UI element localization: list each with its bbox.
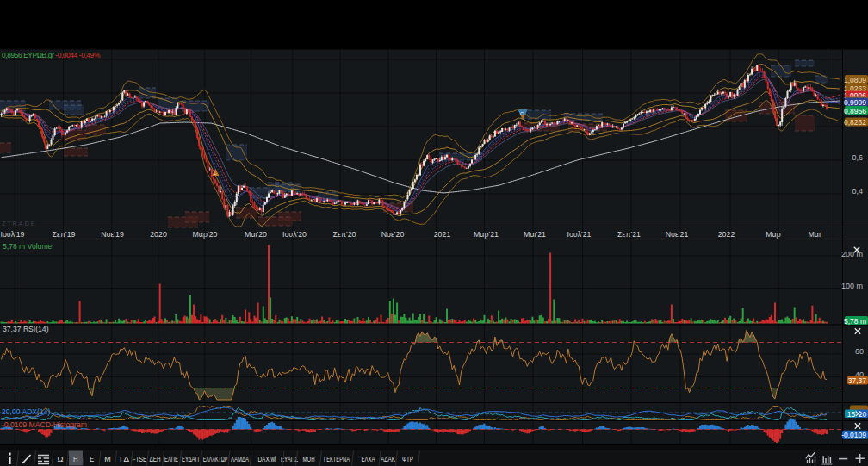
svg-text:Νοε'21: Νοε'21 <box>666 230 689 239</box>
svg-text:Ιουλ'21: Ιουλ'21 <box>567 230 591 239</box>
svg-text:L: L <box>214 171 216 176</box>
svg-text:ΦΤΡ: ΦΤΡ <box>402 455 413 463</box>
svg-text:C: C <box>520 111 524 116</box>
svg-text:2022: 2022 <box>718 230 735 239</box>
svg-text:ΛΑΜΔΑ: ΛΑΜΔΑ <box>231 455 249 463</box>
svg-text:ΕΥΔΑΠ: ΕΥΔΑΠ <box>182 455 199 463</box>
svg-text:5,78 m: 5,78 m <box>844 317 866 326</box>
svg-text:Μαρ: Μαρ <box>766 230 780 239</box>
svg-text:ΕΛΧΑ: ΕΛΧΑ <box>362 455 375 463</box>
svg-text:Ιουλ'20: Ιουλ'20 <box>282 230 307 239</box>
svg-text:20: 20 <box>859 410 867 419</box>
svg-text:0,8262: 0,8262 <box>844 118 866 127</box>
svg-text:200 m: 200 m <box>841 250 863 258</box>
svg-text:37,37: 37,37 <box>848 376 867 385</box>
svg-text:Μαρ'21: Μαρ'21 <box>474 230 499 239</box>
svg-text:ΕΛΠΕ: ΕΛΠΕ <box>164 455 178 463</box>
svg-text:-0,0109 MACD-Histogram: -0,0109 MACD-Histogram <box>2 420 87 429</box>
svg-text:100 m: 100 m <box>841 282 863 290</box>
svg-text:0,6: 0,6 <box>852 153 863 162</box>
svg-text:ΕΛΛΑΚΤΩΡ: ΕΛΛΑΚΤΩΡ <box>203 455 228 463</box>
svg-text:ΔΕΗ: ΔΕΗ <box>150 455 161 463</box>
svg-text:ΜΟΗ: ΜΟΗ <box>303 455 315 463</box>
svg-text:0,9999: 0,9999 <box>844 98 866 107</box>
svg-text:ΓΔ: ΓΔ <box>120 455 129 463</box>
svg-text:60: 60 <box>855 347 864 356</box>
svg-text:1,0809: 1,0809 <box>844 76 866 84</box>
svg-text:Ω: Ω <box>58 455 64 463</box>
svg-text:Σεπ'19: Σεπ'19 <box>53 230 76 239</box>
svg-text:Μαρ'20: Μαρ'20 <box>193 230 218 239</box>
svg-text:0,8956 ΕΥΡΩΒ.gr -0,0044 -0,49%: 0,8956 ΕΥΡΩΒ.gr -0,0044 -0,49% <box>2 51 101 59</box>
svg-text:0,4: 0,4 <box>852 187 863 196</box>
svg-text:5,78 m Volume: 5,78 m Volume <box>3 242 53 251</box>
svg-text:Μαι: Μαι <box>809 230 821 239</box>
svg-text:FTSE: FTSE <box>133 455 147 463</box>
svg-text:-0,0109: -0,0109 <box>841 431 866 439</box>
svg-text:Μαι'20: Μαι'20 <box>245 230 267 239</box>
svg-text:Μ: Μ <box>104 455 111 463</box>
svg-text:Νοε'19: Νοε'19 <box>101 230 124 239</box>
svg-text:2020: 2020 <box>150 230 167 239</box>
svg-text:ΑΔΑΚ: ΑΔΑΚ <box>381 455 395 463</box>
svg-text:2021: 2021 <box>434 230 451 239</box>
svg-text:Ε: Ε <box>90 455 94 463</box>
svg-text:Σεπ'20: Σεπ'20 <box>333 230 356 239</box>
svg-text:0,8956: 0,8956 <box>844 107 866 115</box>
svg-text:ZTRADE: ZTRADE <box>2 220 36 227</box>
svg-text:20,00 ADX(14): 20,00 ADX(14) <box>2 407 51 416</box>
svg-text:Η: Η <box>73 455 78 463</box>
svg-text:Μαι'21: Μαι'21 <box>524 230 546 239</box>
svg-text:Ιουλ'19: Ιουλ'19 <box>0 230 24 239</box>
svg-text:Νοε'20: Νοε'20 <box>381 230 405 239</box>
svg-text:Σεπ'21: Σεπ'21 <box>617 230 641 239</box>
svg-text:37,37 RSI(14): 37,37 RSI(14) <box>3 325 49 333</box>
svg-text:15: 15 <box>847 410 856 419</box>
svg-text:DAX.wi: DAX.wi <box>258 455 276 463</box>
svg-text:ΓΕΚΤΕΡΝΑ: ΓΕΚΤΕΡΝΑ <box>324 455 350 463</box>
